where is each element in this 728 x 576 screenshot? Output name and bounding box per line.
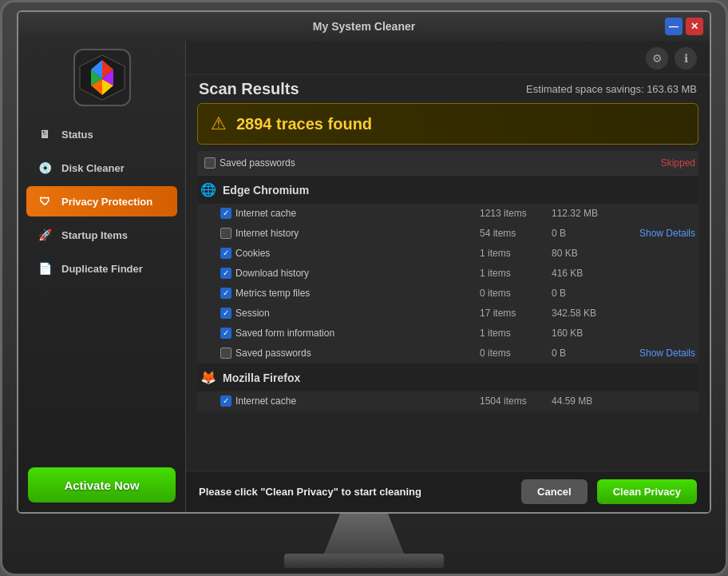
saved-passwords-row: Saved passwords Skipped bbox=[197, 151, 698, 176]
session-count: 17 items bbox=[480, 308, 552, 319]
saved-form-checkbox[interactable] bbox=[220, 328, 231, 339]
session-checkbox[interactable] bbox=[220, 308, 231, 319]
internet-history-checkbox[interactable] bbox=[220, 228, 231, 239]
metrics-checkbox[interactable] bbox=[220, 288, 231, 299]
internet-history-label: Internet history bbox=[235, 228, 480, 239]
table-row: Download history 1 items 416 KB bbox=[197, 264, 698, 284]
cookies-count: 1 items bbox=[480, 248, 552, 259]
close-button[interactable]: ✕ bbox=[686, 18, 703, 35]
internet-history-count: 54 items bbox=[480, 228, 552, 239]
session-checkbox-cell bbox=[216, 308, 235, 319]
clean-privacy-button[interactable]: Clean Privacy bbox=[597, 479, 697, 504]
sidebar-item-duplicate-finder[interactable]: 📄 Duplicate Finder bbox=[26, 253, 177, 284]
firefox-cache-size: 44.59 MB bbox=[552, 395, 623, 407]
edge-chromium-header: 🌐 Edge Chromium bbox=[197, 176, 698, 204]
table-row: Internet cache 1213 items 112.32 MB bbox=[197, 204, 698, 224]
edge-saved-passwords-label: Saved passwords bbox=[235, 348, 480, 359]
screen: My System Cleaner — ✕ bbox=[17, 10, 711, 514]
internet-history-size: 0 B bbox=[552, 228, 623, 239]
internet-history-show-details[interactable]: Show Details bbox=[623, 228, 695, 239]
internet-cache-label: Internet cache bbox=[235, 208, 480, 219]
saved-form-label: Saved form information bbox=[235, 328, 480, 339]
scan-results-scroll[interactable]: Saved passwords Skipped 🌐 Edge Chromium … bbox=[186, 151, 710, 471]
monitor: My System Cleaner — ✕ bbox=[0, 0, 728, 576]
internet-cache-size: 112.32 MB bbox=[552, 208, 623, 219]
disk-cleaner-icon: 💿 bbox=[36, 159, 53, 177]
edge-saved-passwords-show-details[interactable]: Show Details bbox=[623, 348, 695, 359]
cookies-size: 80 KB bbox=[552, 248, 623, 259]
minimize-button[interactable]: — bbox=[665, 18, 682, 35]
traces-found: 2894 traces found bbox=[236, 115, 372, 133]
metrics-checkbox-cell bbox=[216, 288, 235, 299]
session-size: 342.58 KB bbox=[552, 308, 623, 319]
edge-saved-passwords-size: 0 B bbox=[552, 348, 623, 359]
cookies-checkbox[interactable] bbox=[220, 248, 231, 259]
title-bar: My System Cleaner — ✕ bbox=[18, 12, 710, 41]
download-history-label: Download history bbox=[235, 268, 480, 279]
window-controls: — ✕ bbox=[665, 18, 703, 35]
table-row: Metrics temp files 0 items 0 B bbox=[197, 284, 698, 304]
sidebar-item-status-label: Status bbox=[61, 129, 93, 141]
edge-saved-passwords-checkbox-cell bbox=[216, 348, 235, 359]
warning-icon: ⚠ bbox=[211, 113, 227, 134]
edge-icon: 🌐 bbox=[200, 182, 216, 197]
sidebar-item-startup-items[interactable]: 🚀 Startup Items bbox=[26, 220, 177, 250]
info-icon-button[interactable]: ℹ bbox=[675, 47, 697, 70]
monitor-base bbox=[284, 554, 444, 568]
sidebar-item-disk-cleaner[interactable]: 💿 Disk Cleaner bbox=[26, 153, 177, 183]
main-content: ⚙ ℹ Scan Results Estimated space savings… bbox=[186, 41, 710, 512]
app-body: 🖥 Status 💿 Disk Cleaner 🛡 Privacy Protec… bbox=[18, 41, 710, 512]
sidebar-item-status[interactable]: 🖥 Status bbox=[26, 119, 177, 149]
download-history-count: 1 items bbox=[480, 268, 552, 279]
download-history-checkbox-cell bbox=[216, 268, 235, 279]
metrics-count: 0 items bbox=[480, 288, 552, 299]
main-header: ⚙ ℹ bbox=[186, 41, 710, 75]
sidebar-nav: 🖥 Status 💿 Disk Cleaner 🛡 Privacy Protec… bbox=[18, 119, 185, 284]
activate-now-button[interactable]: Activate Now bbox=[28, 467, 176, 503]
settings-icon-button[interactable]: ⚙ bbox=[646, 47, 668, 70]
sidebar-bottom: Activate Now bbox=[18, 458, 185, 512]
firefox-header: 🦊 Mozilla Firefox bbox=[197, 363, 698, 391]
firefox-cache-label: Internet cache bbox=[235, 395, 480, 407]
saved-form-checkbox-cell bbox=[216, 328, 235, 339]
metrics-label: Metrics temp files bbox=[235, 288, 480, 299]
metrics-size: 0 B bbox=[552, 288, 623, 299]
firefox-cache-count: 1504 items bbox=[480, 395, 552, 407]
duplicate-icon: 📄 bbox=[36, 260, 53, 277]
app-logo bbox=[73, 49, 131, 106]
cancel-button[interactable]: Cancel bbox=[521, 479, 588, 504]
sidebar-item-privacy-protection[interactable]: 🛡 Privacy Protection bbox=[26, 186, 177, 216]
download-history-size: 416 KB bbox=[552, 268, 623, 279]
sidebar-item-privacy-label: Privacy Protection bbox=[61, 196, 152, 208]
edge-saved-passwords-count: 0 items bbox=[480, 348, 552, 359]
app-title: My System Cleaner bbox=[313, 20, 415, 33]
internet-cache-checkbox[interactable] bbox=[220, 208, 231, 219]
edge-saved-passwords-checkbox[interactable] bbox=[220, 348, 231, 359]
saved-passwords-checkbox-cell bbox=[200, 157, 220, 169]
internet-cache-checkbox-cell bbox=[216, 208, 235, 219]
sidebar-item-duplicate-label: Duplicate Finder bbox=[61, 263, 143, 275]
saved-form-size: 160 KB bbox=[552, 328, 623, 339]
table-row: Saved passwords 0 items 0 B Show Details bbox=[197, 344, 698, 363]
table-row: Cookies 1 items 80 KB bbox=[197, 244, 698, 264]
scan-results-title: Scan Results bbox=[199, 80, 299, 98]
table-row: Saved form information 1 items 160 KB bbox=[197, 324, 698, 344]
edge-chromium-name: Edge Chromium bbox=[223, 184, 309, 197]
table-row: Internet history 54 items 0 B Show Detai… bbox=[197, 224, 698, 244]
sidebar-item-startup-label: Startup Items bbox=[61, 229, 128, 241]
cookies-checkbox-cell bbox=[216, 248, 235, 259]
internet-history-checkbox-cell bbox=[216, 228, 235, 239]
saved-form-count: 1 items bbox=[480, 328, 552, 339]
bottom-bar: Please click "Clean Privacy" to start cl… bbox=[186, 471, 710, 512]
startup-icon: 🚀 bbox=[36, 226, 53, 244]
saved-passwords-status: Skipped bbox=[661, 157, 695, 169]
privacy-icon: 🛡 bbox=[36, 193, 53, 210]
sidebar: 🖥 Status 💿 Disk Cleaner 🛡 Privacy Protec… bbox=[18, 41, 186, 512]
cookies-label: Cookies bbox=[235, 248, 480, 259]
firefox-cache-checkbox[interactable] bbox=[220, 395, 231, 407]
bottom-message: Please click "Clean Privacy" to start cl… bbox=[199, 486, 512, 498]
saved-passwords-checkbox[interactable] bbox=[204, 157, 216, 169]
firefox-icon: 🦊 bbox=[200, 370, 216, 385]
download-history-checkbox[interactable] bbox=[220, 268, 231, 279]
estimated-savings: Estimated space savings: 163.63 MB bbox=[526, 83, 697, 95]
